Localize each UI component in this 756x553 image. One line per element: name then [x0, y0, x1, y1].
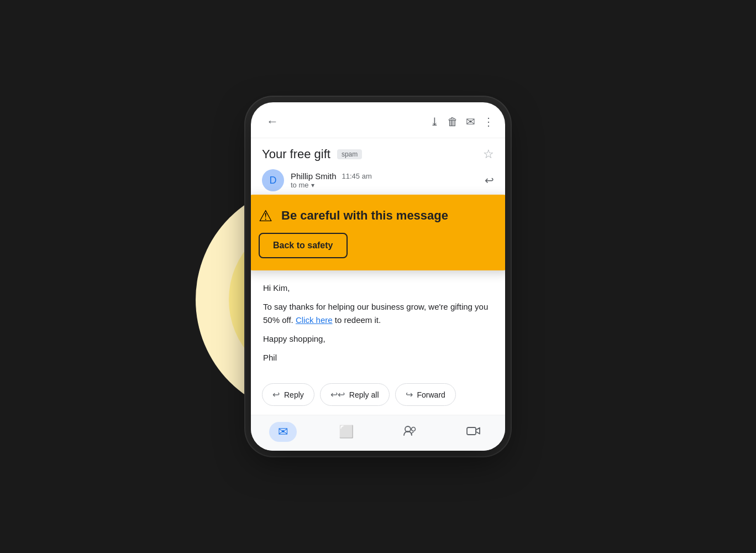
nav-mail-icon: ✉	[278, 425, 288, 439]
nav-meet-icon	[403, 425, 417, 439]
download-button[interactable]: ⤓	[430, 115, 439, 128]
bottom-nav: ✉ ⬜	[251, 415, 505, 451]
email-icon: ✉	[466, 116, 475, 128]
nav-mail[interactable]: ✉	[269, 422, 297, 442]
star-icon: ☆	[483, 147, 494, 161]
svg-rect-2	[467, 427, 476, 435]
download-icon: ⤓	[430, 116, 439, 128]
reply-button[interactable]: ↩ Reply	[262, 383, 314, 406]
to-label: to me	[291, 181, 309, 189]
svg-point-1	[411, 427, 415, 431]
click-here-link[interactable]: Click here	[296, 315, 333, 325]
send-time: 11:45 am	[342, 172, 372, 180]
chevron-down-icon: ▾	[311, 181, 314, 189]
forward-btn-icon: ↪	[406, 389, 413, 400]
warning-triangle-icon: ⚠	[259, 207, 272, 225]
email-title-row: Your free gift spam ☆	[262, 147, 494, 161]
warning-title-row: ⚠ Be careful with this message	[259, 207, 497, 225]
spam-badge: spam	[337, 149, 362, 159]
trash-icon: 🗑	[447, 116, 458, 128]
sender-left: D Phillip Smith 11:45 am to me ▾	[262, 169, 372, 191]
forward-button[interactable]: ↪ Forward	[395, 383, 456, 406]
scene: ← ⤓ 🗑 ✉ ⋮ Your	[185, 28, 571, 525]
back-button[interactable]: ←	[262, 112, 283, 131]
reply-all-label: Reply all	[349, 390, 379, 399]
nav-chat-icon: ⬜	[339, 425, 354, 439]
nav-meet[interactable]	[396, 422, 424, 442]
email-title: Your free gift	[262, 147, 330, 161]
star-button[interactable]: ☆	[483, 147, 494, 161]
email-closing: Happy shopping,	[263, 332, 493, 346]
phone-frame: ← ⤓ 🗑 ✉ ⋮ Your	[251, 102, 505, 451]
sender-row: D Phillip Smith 11:45 am to me ▾ ↩	[262, 169, 494, 191]
email-signature: Phil	[263, 351, 493, 364]
quick-reply-button[interactable]: ↩	[485, 174, 494, 187]
nav-video-icon	[466, 425, 481, 439]
back-safety-label: Back to safety	[273, 241, 333, 250]
reply-icon: ↩	[485, 174, 494, 186]
more-options-button[interactable]: ⋮	[483, 115, 494, 128]
back-to-safety-button[interactable]: Back to safety	[259, 233, 348, 258]
nav-chat[interactable]: ⬜	[333, 422, 360, 442]
mark-email-button[interactable]: ✉	[466, 115, 475, 128]
top-bar: ← ⤓ 🗑 ✉ ⋮	[251, 102, 505, 138]
reply-all-btn-icon: ↩↩	[330, 389, 345, 400]
sender-name: Phillip Smith	[291, 171, 337, 181]
email-title-group: Your free gift spam	[262, 147, 362, 161]
delete-button[interactable]: 🗑	[447, 116, 458, 128]
warning-title: Be careful with this message	[281, 208, 448, 224]
warning-banner: ⚠ Be careful with this message Back to s…	[251, 195, 505, 270]
reply-btn-icon: ↩	[272, 389, 280, 400]
email-header: Your free gift spam ☆ D Phillip Smith 11…	[251, 138, 505, 198]
to-me-dropdown[interactable]: to me ▾	[291, 181, 372, 189]
action-buttons: ↩ Reply ↩↩ Reply all ↪ Forward	[251, 379, 505, 415]
reply-label: Reply	[284, 390, 304, 399]
email-body-text: To say thanks for helping our business g…	[263, 300, 493, 327]
reply-all-button[interactable]: ↩↩ Reply all	[320, 383, 390, 406]
top-bar-right: ⤓ 🗑 ✉ ⋮	[430, 115, 494, 128]
email-body: Hi Kim, To say thanks for helping our bu…	[251, 270, 505, 379]
more-icon: ⋮	[483, 116, 494, 128]
email-greeting: Hi Kim,	[263, 281, 493, 295]
avatar: D	[262, 169, 284, 191]
top-bar-left: ←	[262, 112, 283, 131]
forward-label: Forward	[417, 390, 445, 399]
nav-video[interactable]	[460, 422, 487, 442]
back-icon: ←	[266, 114, 279, 128]
body-text-after-link: to redeem it.	[335, 315, 381, 325]
sender-info: Phillip Smith 11:45 am to me ▾	[291, 171, 372, 189]
sender-name-row: Phillip Smith 11:45 am	[291, 171, 372, 181]
